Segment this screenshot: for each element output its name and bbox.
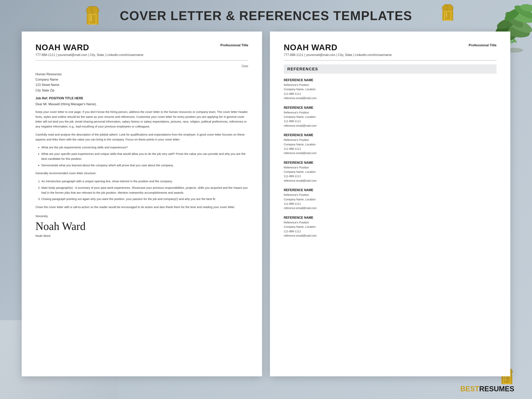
header-left: NOAH WARD 777-888-1111 | youremail@mail.…: [35, 43, 143, 57]
numbered-item-2: Main body paragraph(s) - A summary of yo…: [41, 185, 248, 195]
numbered-item-1: An introduction paragraph with a unique …: [41, 179, 248, 184]
numbered-item-3: Closing paragraph pointing out again why…: [41, 197, 248, 202]
bullet-item-1: What are the job requirements concerning…: [41, 145, 248, 150]
closing-paragraph: Close the cover letter with a call-to-ac…: [35, 205, 248, 210]
page-header: COVER LETTER & REFERENCES TEMPLATES: [0, 0, 532, 32]
date-line: Date: [35, 64, 248, 68]
ref-name-3: REFERENCE NAME: [284, 133, 497, 137]
reference-entry-4: REFERENCE NAME Reference's Position Comp…: [284, 161, 497, 183]
bullet-item-2: What are your specific past experiences …: [41, 152, 248, 161]
references-section-header: REFERENCES: [284, 64, 497, 74]
bullet-list: What are the job requirements concerning…: [41, 145, 248, 168]
references-professional-title: Professional Title: [469, 43, 497, 47]
references-section-title: REFERENCES: [287, 67, 493, 71]
references-contact: 777-888-1111 | youremail@mail.com | City…: [284, 53, 392, 57]
signature-name: Noah Word: [35, 234, 248, 237]
ref-name-2: REFERENCE NAME: [284, 106, 497, 110]
references-header: NOAH WARD 777-888-1111 | youremail@mail.…: [284, 43, 497, 61]
body-paragraph-1: Keep your cover letter to one page. If y…: [35, 110, 248, 129]
references-page: NOAH WARD 777-888-1111 | youremail@mail.…: [270, 32, 510, 376]
ref-name-5: REFERENCE NAME: [284, 188, 497, 192]
dear-line: Dear Mr. Maxwell (Hiring Manager's Name)…: [35, 102, 248, 106]
cover-letter-contact: 777-888-1111 | youremail@mail.com | City…: [35, 53, 143, 57]
recipient-block: Human Resources Company Name 123 Street …: [35, 71, 248, 93]
job-ref: Job Ref: POSITION TITLE HERE: [35, 96, 248, 100]
ref-detail-3: Reference's Position Company Name, Locat…: [284, 138, 497, 155]
cover-letter-header: NOAH WARD 777-888-1111 | youremail@mail.…: [35, 43, 248, 61]
page-title: COVER LETTER & REFERENCES TEMPLATES: [120, 8, 412, 23]
structure-intro: Generally recommended cover letter struc…: [35, 171, 248, 176]
cover-letter-professional-title: Professional Title: [221, 43, 248, 47]
reference-entry-6: REFERENCE NAME Reference's Position Comp…: [284, 216, 497, 238]
recipient-line4: City State Zip: [35, 88, 248, 93]
brand-resumes: RESUMES: [479, 385, 514, 393]
recipient-line3: 123 Street Name: [35, 82, 248, 88]
ref-name-1: REFERENCE NAME: [284, 78, 497, 82]
reference-entry-5: REFERENCE NAME Reference's Position Comp…: [284, 188, 497, 210]
body-paragraph-2: Carefully read and analyse the descripti…: [35, 132, 248, 142]
ref-detail-2: Reference's Position Company Name, Locat…: [284, 110, 497, 128]
signature: Noah Ward: [35, 220, 248, 233]
ref-name-6: REFERENCE NAME: [284, 216, 497, 220]
reference-entry-1: REFERENCE NAME Reference's Position Comp…: [284, 78, 497, 101]
brand: BEST RESUMES: [460, 385, 514, 393]
reference-entry-2: REFERENCE NAME Reference's Position Comp…: [284, 106, 497, 128]
numbered-list: An introduction paragraph with a unique …: [41, 179, 248, 202]
ref-detail-4: Reference's Position Company Name, Locat…: [284, 165, 497, 183]
cover-letter-page: NOAH WARD 777-888-1111 | youremail@mail.…: [22, 32, 262, 376]
ref-detail-6: Reference's Position Company Name, Locat…: [284, 220, 497, 238]
references-name: NOAH WARD: [284, 43, 392, 52]
brand-best: BEST: [460, 385, 479, 393]
recipient-line1: Human Resources: [35, 71, 248, 77]
references-header-left: NOAH WARD 777-888-1111 | youremail@mail.…: [284, 43, 392, 57]
cover-letter-name: NOAH WARD: [35, 43, 143, 52]
pages-container: NOAH WARD 777-888-1111 | youremail@mail.…: [12, 32, 520, 379]
ref-name-4: REFERENCE NAME: [284, 161, 497, 165]
sincerely-line: Sincerely,: [35, 214, 248, 218]
reference-entry-3: REFERENCE NAME Reference's Position Comp…: [284, 133, 497, 155]
bullet-item-3: Demonstrate what you learned about the c…: [41, 163, 248, 168]
recipient-line2: Company Name: [35, 77, 248, 82]
ref-detail-1: Reference's Position Company Name, Locat…: [284, 83, 497, 101]
ref-detail-5: Reference's Position Company Name, Locat…: [284, 193, 497, 210]
